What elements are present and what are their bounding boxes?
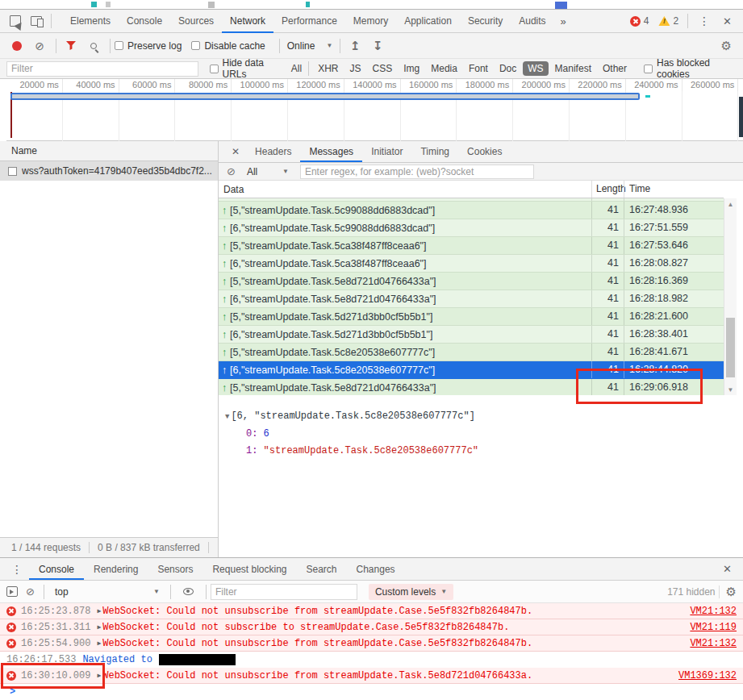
console-filter-input[interactable] — [211, 584, 357, 600]
console-message-row[interactable]: 16:26:17.533 Navigated to — [0, 652, 743, 668]
tab-performance[interactable]: Performance — [273, 10, 345, 33]
console-prompt[interactable]: > — [0, 684, 743, 700]
source-location-link[interactable]: VM21:119 — [690, 622, 737, 633]
expand-caret-icon[interactable]: ▶ — [97, 623, 101, 631]
length-column-header[interactable]: Length — [591, 181, 624, 198]
tab-initiator[interactable]: Initiator — [362, 141, 411, 162]
clear-network-log-icon[interactable]: ⊘ — [29, 36, 50, 56]
filter-type-js[interactable]: JS — [345, 61, 366, 76]
error-count-badge[interactable]: 4 — [630, 15, 649, 27]
throttling-dropdown[interactable]: Online ▼ — [284, 40, 336, 52]
websocket-duration-bar[interactable] — [10, 93, 640, 100]
scroll-down-icon[interactable]: ▼ — [724, 384, 737, 395]
hide-data-urls-checkbox[interactable]: Hide data URLs — [210, 57, 276, 80]
console-message-row[interactable]: 16:25:23.878 ▶ WebSocket: Could not unsu… — [0, 603, 743, 619]
filter-icon[interactable] — [61, 36, 81, 56]
ws-message-row[interactable]: ↑ [5,"streamUpdate.Task.5ca38f487ff8ceaa… — [219, 237, 724, 255]
time-column-header[interactable]: Time — [624, 181, 724, 198]
preserve-log-checkbox[interactable]: Preserve log — [115, 40, 182, 52]
live-expression-eye-icon[interactable] — [183, 588, 194, 595]
scroll-up-icon[interactable]: ▲ — [724, 198, 737, 210]
messages-scrollbar[interactable]: ▲ ▼ — [724, 198, 737, 395]
ws-message-row[interactable]: ↑ [5,"streamUpdate.Task.5c99088dd6883dca… — [219, 202, 724, 219]
tree-root[interactable]: ▼[6, "streamUpdate.Task.5c8e20538e607777… — [225, 408, 719, 426]
caret-down-icon[interactable]: ▼ — [225, 413, 229, 421]
tab-timing[interactable]: Timing — [411, 141, 458, 162]
record-network-log-button[interactable] — [6, 36, 27, 56]
scrollbar-thumb[interactable] — [726, 318, 735, 377]
clear-messages-icon[interactable]: ⊘ — [227, 165, 236, 177]
filter-type-manifest[interactable]: Manifest — [550, 61, 596, 76]
tree-property[interactable]: 0: 6 — [225, 426, 719, 443]
expand-caret-icon[interactable]: ▶ — [97, 607, 101, 615]
filter-type-doc[interactable]: Doc — [495, 61, 521, 76]
filter-type-xhr[interactable]: XHR — [313, 61, 343, 76]
tab-headers[interactable]: Headers — [246, 141, 300, 162]
tab-sources[interactable]: Sources — [170, 10, 222, 33]
message-regex-input[interactable] — [300, 165, 534, 179]
tab-audits[interactable]: Audits — [511, 10, 553, 33]
filter-type-ws[interactable]: WS — [523, 61, 548, 76]
has-blocked-cookies-checkbox[interactable]: Has blocked cookies — [644, 57, 727, 80]
drawer-tab-sensors[interactable]: Sensors — [148, 558, 202, 580]
import-har-icon[interactable]: ↥ — [344, 36, 365, 56]
tab-network[interactable]: Network — [222, 10, 273, 33]
ws-message-row[interactable]: ↑ [6,"streamUpdate.Task.5e8d721d04766433… — [219, 290, 724, 308]
drawer-tab-search[interactable]: Search — [297, 558, 347, 580]
message-type-dropdown[interactable]: All ▼ — [244, 166, 292, 177]
tab-memory[interactable]: Memory — [345, 10, 396, 33]
console-message-row[interactable]: 16:30:10.009 ▶ WebSocket: Could not unsu… — [0, 668, 743, 684]
ws-message-row[interactable]: ↑ [6,"streamUpdate.Task.5ca38f487ff8ceaa… — [219, 255, 724, 273]
tab-cookies[interactable]: Cookies — [458, 141, 511, 162]
network-settings-gear-icon[interactable]: ⚙ — [721, 39, 737, 53]
search-icon[interactable] — [83, 36, 104, 56]
filter-type-font[interactable]: Font — [464, 61, 493, 76]
tab-console[interactable]: Console — [119, 10, 170, 33]
filter-type-css[interactable]: CSS — [368, 61, 398, 76]
kebab-menu-icon[interactable]: ⋮ — [692, 15, 716, 27]
ws-message-row[interactable]: ↑ [6,"streamUpdate.Task.5c99088dd6883dca… — [219, 219, 724, 237]
clear-console-icon[interactable]: ⊘ — [26, 585, 35, 598]
execution-context-dropdown[interactable]: top ▼ — [55, 586, 160, 598]
log-levels-dropdown[interactable]: Custom levels ▼ — [369, 584, 453, 600]
source-location-link[interactable]: VM21:132 — [690, 638, 737, 649]
name-column-header[interactable]: Name — [0, 141, 218, 161]
source-location-link[interactable]: VM1369:132 — [678, 670, 737, 681]
source-location-link[interactable]: VM21:132 — [690, 606, 737, 617]
console-message-row[interactable]: 16:25:31.311 ▶ WebSocket: Could not subs… — [0, 619, 743, 635]
ws-message-row[interactable]: ↑ [5,"streamUpdate.Task.5e8d721d04766433… — [219, 273, 724, 290]
device-toolbar-icon[interactable] — [26, 11, 47, 31]
drawer-tab-console[interactable]: Console — [29, 558, 84, 580]
more-panels-chevron-icon[interactable]: » — [554, 15, 573, 27]
drawer-tab-changes[interactable]: Changes — [347, 558, 405, 580]
console-message-row[interactable]: 16:25:54.900 ▶ WebSocket: Could not unsu… — [0, 635, 743, 652]
network-overview[interactable] — [6, 91, 743, 141]
tab-security[interactable]: Security — [460, 10, 511, 33]
websocket-request-row[interactable]: wss?authToken=4179b407eed35b4dbc7f2... — [0, 161, 218, 181]
drawer-tab-rendering[interactable]: Rendering — [84, 558, 148, 580]
close-drawer-icon[interactable]: ✕ — [716, 558, 738, 580]
tab-messages[interactable]: Messages — [300, 141, 362, 162]
warning-count-badge[interactable]: 2 — [658, 15, 678, 27]
filter-type-media[interactable]: Media — [426, 61, 462, 76]
close-details-icon[interactable]: ✕ — [225, 141, 246, 162]
tab-application[interactable]: Application — [396, 10, 460, 33]
console-settings-gear-icon[interactable]: ⚙ — [726, 585, 737, 599]
ws-message-row[interactable]: ↑ [5,"streamUpdate.Task.5c8e20538e607777… — [219, 344, 724, 361]
inspect-element-icon[interactable] — [5, 11, 26, 31]
ws-message-row[interactable]: ↑ [6,"streamUpdate.Task.5d271d3bb0cf5b5b… — [219, 326, 724, 344]
close-devtools-icon[interactable]: ✕ — [716, 15, 738, 27]
expand-caret-icon[interactable]: ▶ — [97, 640, 101, 647]
drawer-kebab-menu-icon[interactable]: ⋮ — [5, 558, 29, 580]
export-har-icon[interactable]: ↧ — [367, 36, 388, 56]
tree-property[interactable]: 1: "streamUpdate.Task.5c8e20538e607777c" — [225, 443, 719, 460]
ws-message-row[interactable]: ↑ [5,"streamUpdate.Task.5d271d3bb0cf5b5b… — [219, 308, 724, 326]
console-sidebar-toggle-icon[interactable] — [6, 586, 18, 597]
filter-type-other[interactable]: Other — [598, 61, 632, 76]
drawer-tab-request-blocking[interactable]: Request blocking — [202, 558, 296, 580]
tab-elements[interactable]: Elements — [62, 10, 119, 33]
filter-type-img[interactable]: Img — [399, 61, 424, 76]
data-column-header[interactable]: Data — [219, 184, 591, 195]
disable-cache-checkbox[interactable]: Disable cache — [191, 40, 265, 52]
filter-type-all[interactable]: All — [286, 61, 309, 76]
